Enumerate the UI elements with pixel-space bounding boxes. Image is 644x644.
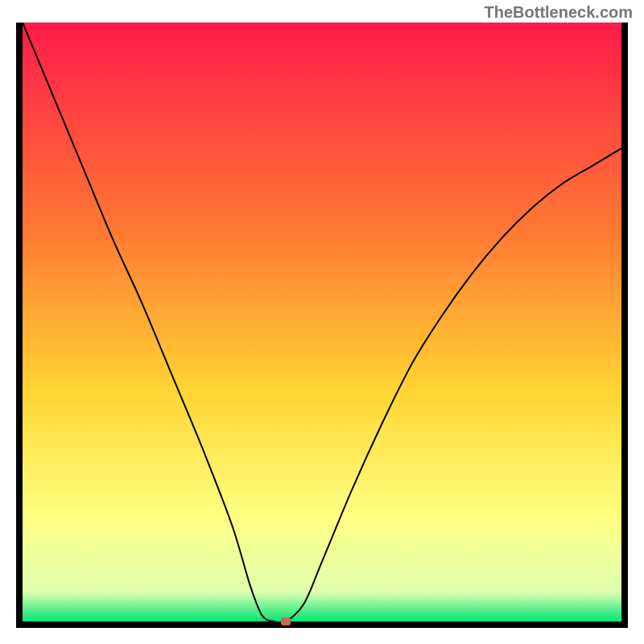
chart-container: TheBottleneck.com [0,0,644,644]
chart-curve [23,23,621,621]
watermark-text: TheBottleneck.com [485,3,633,22]
chart-marker [281,617,291,625]
chart-plot-frame [16,23,628,628]
